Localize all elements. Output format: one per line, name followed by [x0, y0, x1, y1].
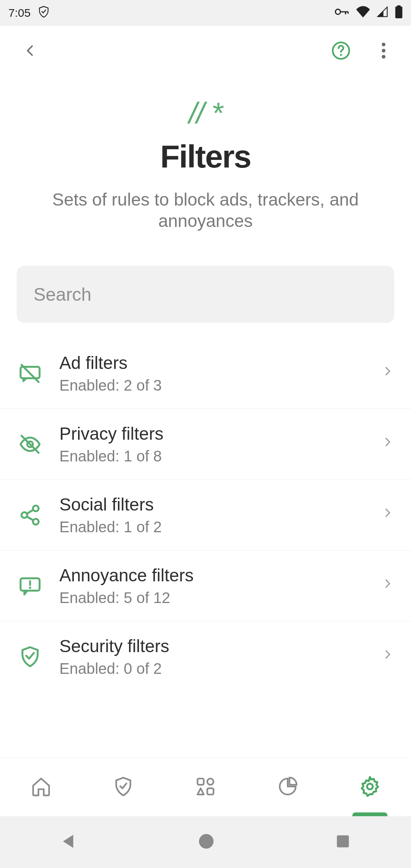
- page-header: // * Filters Sets of rules to block ads,…: [0, 75, 411, 266]
- filter-row-title: Privacy filters: [59, 423, 376, 444]
- filter-row-title: Ad filters: [59, 353, 376, 373]
- svg-point-0: [335, 9, 340, 14]
- filter-row-title: Social filters: [59, 494, 376, 515]
- app-bar: [0, 26, 411, 75]
- svg-point-7: [382, 55, 386, 59]
- chevron-right-icon: [382, 507, 397, 523]
- chevron-right-icon: [382, 649, 397, 664]
- filter-row-subtitle: Enabled: 2 of 3: [59, 377, 376, 394]
- svg-point-18: [367, 783, 373, 789]
- svg-point-12: [33, 519, 39, 525]
- nav-stats[interactable]: [247, 758, 329, 816]
- svg-rect-2: [397, 5, 400, 7]
- filter-row-annoyance[interactable]: Annoyance filters Enabled: 5 of 12: [0, 550, 411, 621]
- svg-rect-20: [337, 835, 349, 847]
- svg-point-4: [340, 54, 342, 56]
- chevron-right-icon: [382, 366, 397, 381]
- chevron-right-icon: [382, 578, 397, 594]
- status-bar: 7:05: [0, 0, 411, 26]
- system-recent-button[interactable]: [335, 833, 351, 851]
- system-nav-bar: [0, 816, 411, 868]
- filter-row-security[interactable]: Security filters Enabled: 0 of 2: [0, 621, 411, 692]
- more-menu-button[interactable]: [371, 38, 396, 63]
- chat-alert-icon: [17, 573, 43, 599]
- filter-row-subtitle: Enabled: 1 of 2: [59, 519, 376, 536]
- svg-rect-17: [207, 788, 213, 794]
- filter-row-subtitle: Enabled: 1 of 8: [59, 448, 376, 465]
- shield-outline-icon: [37, 5, 50, 21]
- system-back-button[interactable]: [60, 833, 78, 852]
- eye-slash-icon: [17, 431, 43, 458]
- system-home-button[interactable]: [198, 833, 215, 852]
- svg-point-16: [207, 779, 213, 785]
- pie-chart-icon: [277, 776, 298, 799]
- nav-protection[interactable]: [82, 758, 164, 816]
- filter-row-privacy[interactable]: Privacy filters Enabled: 1 of 8: [0, 409, 411, 480]
- shapes-icon: [195, 776, 216, 799]
- bottom-nav: [0, 758, 411, 816]
- cell-signal-icon: [377, 6, 388, 20]
- chat-slash-icon: [17, 360, 43, 387]
- svg-point-5: [382, 43, 386, 46]
- shield-check-icon: [17, 643, 43, 670]
- status-time: 7:05: [8, 6, 30, 19]
- search-input[interactable]: [17, 266, 394, 323]
- svg-point-10: [22, 512, 27, 518]
- svg-point-14: [29, 587, 31, 589]
- svg-point-6: [382, 49, 386, 53]
- nav-settings[interactable]: [329, 758, 411, 816]
- home-icon: [30, 776, 52, 799]
- svg-rect-1: [395, 6, 403, 18]
- filter-row-title: Annoyance filters: [59, 565, 376, 586]
- chevron-right-icon: [382, 437, 397, 452]
- svg-point-19: [199, 834, 213, 849]
- svg-rect-15: [198, 779, 204, 785]
- filter-row-social[interactable]: Social filters Enabled: 1 of 2: [0, 480, 411, 550]
- page-logo-icon: // *: [189, 96, 222, 131]
- back-button[interactable]: [18, 38, 43, 63]
- battery-icon: [395, 5, 403, 21]
- shield-icon: [113, 776, 134, 799]
- wifi-icon: [356, 6, 370, 20]
- filter-row-subtitle: Enabled: 0 of 2: [59, 660, 376, 677]
- filter-row-ad[interactable]: Ad filters Enabled: 2 of 3: [0, 338, 411, 409]
- svg-point-11: [33, 506, 39, 511]
- vpn-key-icon: [334, 6, 349, 20]
- page-subtitle: Sets of rules to block ads, trackers, an…: [23, 189, 388, 231]
- filter-row-subtitle: Enabled: 5 of 12: [59, 589, 376, 606]
- nav-home[interactable]: [0, 758, 82, 816]
- help-button[interactable]: [329, 38, 353, 63]
- nav-apps[interactable]: [164, 758, 247, 816]
- filter-category-list: Ad filters Enabled: 2 of 3 Privacy filte…: [0, 338, 411, 692]
- share-nodes-icon: [17, 502, 43, 528]
- page-title: Filters: [23, 138, 388, 175]
- gear-icon: [358, 775, 381, 799]
- filter-row-title: Security filters: [59, 636, 376, 656]
